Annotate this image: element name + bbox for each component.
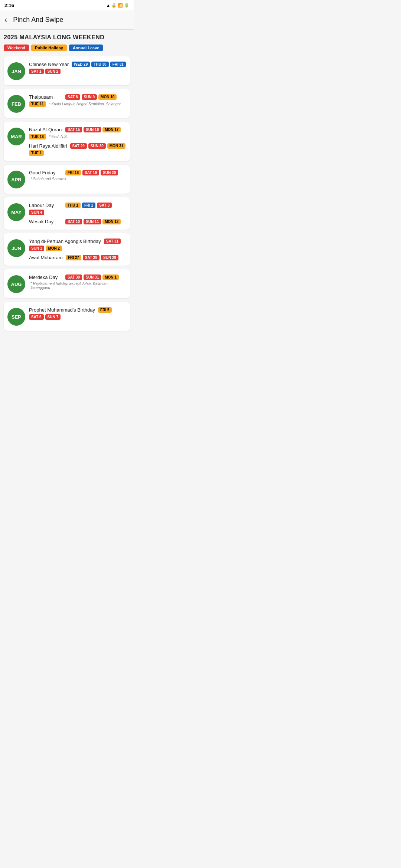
day-badge: SUN 7 <box>45 314 61 320</box>
event-name: Hari Raya Aidilfitri <box>29 143 67 149</box>
day-badge: TUE 18 <box>29 134 46 139</box>
day-badge: SUN 16 <box>84 127 101 132</box>
day-badge: SAT 10 <box>65 219 82 224</box>
day-badge: FRI 27 <box>66 255 81 260</box>
month-circle-jun: JUN <box>7 239 25 257</box>
event-name: Good Friday <box>29 170 62 175</box>
day-badge: SUN 9 <box>82 94 97 100</box>
day-badge: SAT 31 <box>104 239 121 244</box>
day-badge: SUN 1 <box>29 246 44 251</box>
day-badge: MON 31 <box>107 143 125 149</box>
back-button[interactable]: ‹ <box>4 15 7 25</box>
month-card-jun: JUNYang di-Pertuan Agong's BirthdaySAT 3… <box>4 233 130 266</box>
month-card-mar: MARNuzul Al-QuranSAT 15SUN 16MON 17TUE 1… <box>4 122 130 161</box>
day-badge: SUN 30 <box>88 143 106 149</box>
day-badge: MON 10 <box>98 94 117 100</box>
month-circle-apr: APR <box>7 171 25 188</box>
month-events-jun: Yang di-Pertuan Agong's BirthdaySAT 31SU… <box>29 239 126 260</box>
event-note: * Excl. N.S. <box>49 135 68 139</box>
event-row: Chinese New YearWED 29THU 30FRI 31SAT 1S… <box>29 62 126 74</box>
day-badge: TUE 11 <box>29 101 46 107</box>
day-badge: SAT 30 <box>65 274 82 280</box>
toolbar-title: Pinch And Swipe <box>13 16 63 24</box>
day-badge: SUN 29 <box>101 255 118 260</box>
event-name: Prophet Muhammad's Birthday <box>29 307 95 313</box>
event-row: Nuzul Al-QuranSAT 15SUN 16MON 17TUE 18* … <box>29 127 126 139</box>
event-note: * Replacement holiday. Except Johor, Kel… <box>30 282 126 290</box>
day-badge: MON 12 <box>102 219 121 224</box>
month-card-apr: APRGood FridayFRI 18SAT 19SUN 20* Sabah … <box>4 165 130 194</box>
event-row: Good FridayFRI 18SAT 19SUN 20* Sabah and… <box>29 170 126 181</box>
month-events-mar: Nuzul Al-QuranSAT 15SUN 16MON 17TUE 18* … <box>29 127 126 156</box>
event-name: Thaipusam <box>29 94 62 100</box>
toolbar: ‹ Pinch And Swipe <box>0 10 134 30</box>
day-badge: FRI 18 <box>65 170 81 175</box>
status-bar: 2:16 ▲ 🔒 📶 🔋 <box>0 0 134 10</box>
month-circle-may: MAY <box>7 203 25 221</box>
month-card-feb: FEBThaipusamSAT 8SUN 9MON 10TUE 11* Kual… <box>4 89 130 118</box>
day-badge: WED 29 <box>72 62 90 67</box>
month-card-sep: SEPProphet Muhammad's BirthdayFRI 5SAT 6… <box>4 302 130 331</box>
month-circle-mar: MAR <box>7 128 25 145</box>
page-heading: 2025 MALAYSIA LONG WEEKEND <box>4 34 130 41</box>
day-badge: MON 1 <box>102 274 119 280</box>
month-card-jan: JANChinese New YearWED 29THU 30FRI 31SAT… <box>4 56 130 85</box>
day-badge: SAT 6 <box>29 314 44 320</box>
event-row: Yang di-Pertuan Agong's BirthdaySAT 31SU… <box>29 239 126 251</box>
legend-annual: Annual Leave <box>69 45 103 51</box>
event-note: * Kuala Lumpur, Negeri Sembilan, Selango… <box>49 102 121 106</box>
month-circle-sep: SEP <box>7 308 25 326</box>
day-badge: SUN 11 <box>84 219 101 224</box>
event-name: Chinese New Year <box>29 62 69 67</box>
month-events-jan: Chinese New YearWED 29THU 30FRI 31SAT 1S… <box>29 62 126 74</box>
month-events-aug: Merdeka DaySAT 30SUN 31MON 1* Replacemen… <box>29 274 126 290</box>
day-badge: MON 17 <box>102 127 121 132</box>
event-name: Yang di-Pertuan Agong's Birthday <box>29 239 101 244</box>
event-name: Wesak Day <box>29 219 62 224</box>
month-circle-aug: AUG <box>7 275 25 293</box>
day-badge: SUN 2 <box>45 69 61 74</box>
event-name: Labour Day <box>29 203 62 208</box>
day-badge: SAT 8 <box>65 94 80 100</box>
legend-weekend: Weekend <box>4 45 29 51</box>
legend-holiday: Public Holiday <box>31 45 67 51</box>
day-badge: SUN 4 <box>29 210 44 215</box>
event-row: Awal MuharramFRI 27SAT 28SUN 29 <box>29 255 126 260</box>
day-badge: SAT 15 <box>65 127 82 132</box>
main-content: 2025 MALAYSIA LONG WEEKEND Weekend Publi… <box>0 30 134 339</box>
day-badge: MON 2 <box>46 246 62 251</box>
status-icons: ▲ 🔒 📶 🔋 <box>106 3 129 8</box>
event-name: Merdeka Day <box>29 274 62 280</box>
event-row: Wesak DaySAT 10SUN 11MON 12 <box>29 219 126 224</box>
day-badge: FRI 5 <box>98 307 111 313</box>
event-name: Nuzul Al-Quran <box>29 127 62 132</box>
event-row: Merdeka DaySAT 30SUN 31MON 1* Replacemen… <box>29 274 126 290</box>
status-time: 2:16 <box>4 3 14 8</box>
event-row: Hari Raya AidilfitriSAT 29SUN 30MON 31TU… <box>29 143 126 156</box>
months-container: JANChinese New YearWED 29THU 30FRI 31SAT… <box>4 56 130 331</box>
day-badge: THU 1 <box>65 203 81 208</box>
day-badge: SUN 31 <box>84 274 101 280</box>
day-badge: SAT 3 <box>97 203 112 208</box>
day-badge: THU 30 <box>91 62 108 67</box>
month-card-may: MAYLabour DayTHU 1FRI 2SAT 3SUN 4Wesak D… <box>4 197 130 230</box>
legend: Weekend Public Holiday Annual Leave <box>4 45 130 51</box>
month-events-feb: ThaipusamSAT 8SUN 9MON 10TUE 11* Kuala L… <box>29 94 126 107</box>
day-badge: TUE 1 <box>29 150 44 156</box>
day-badge: FRI 2 <box>82 203 95 208</box>
day-badge: SAT 29 <box>70 143 87 149</box>
event-row: ThaipusamSAT 8SUN 9MON 10TUE 11* Kuala L… <box>29 94 126 107</box>
month-events-may: Labour DayTHU 1FRI 2SAT 3SUN 4Wesak DayS… <box>29 203 126 224</box>
day-badge: SUN 20 <box>101 170 118 175</box>
month-events-sep: Prophet Muhammad's BirthdayFRI 5SAT 6SUN… <box>29 307 126 320</box>
event-row: Prophet Muhammad's BirthdayFRI 5SAT 6SUN… <box>29 307 126 320</box>
month-circle-feb: FEB <box>7 95 25 113</box>
month-card-aug: AUGMerdeka DaySAT 30SUN 31MON 1* Replace… <box>4 269 130 298</box>
month-circle-jan: JAN <box>7 62 25 80</box>
event-name: Awal Muharram <box>29 255 63 260</box>
day-badge: SAT 1 <box>29 69 44 74</box>
day-badge: SAT 28 <box>83 255 100 260</box>
event-row: Labour DayTHU 1FRI 2SAT 3SUN 4 <box>29 203 126 215</box>
day-badge: FRI 31 <box>110 62 126 67</box>
day-badge: SAT 19 <box>82 170 99 175</box>
